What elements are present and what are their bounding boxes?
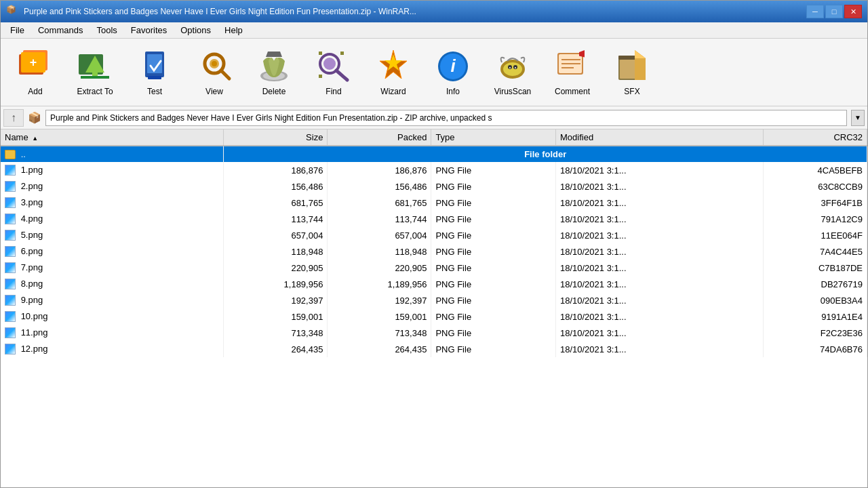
svg-point-31 <box>509 67 511 68</box>
col-header-packed[interactable]: Packed <box>328 129 431 146</box>
up-button[interactable]: ↑ <box>3 109 24 127</box>
png-icon <box>5 230 16 241</box>
file-size-cell: 264,435 <box>224 341 328 357</box>
maximize-button[interactable]: □ <box>825 5 843 18</box>
minimize-button[interactable]: ─ <box>806 5 824 18</box>
file-size-cell: 220,905 <box>224 260 328 276</box>
comment-button[interactable]: Comment <box>543 42 601 103</box>
menu-file[interactable]: File <box>3 23 31 37</box>
file-type-cell: PNG File <box>431 292 556 308</box>
file-type-cell: PNG File <box>431 341 556 357</box>
info-button[interactable]: i Info <box>424 42 482 103</box>
table-row[interactable]: 3.png 681,765 681,765 PNG File 18/10/202… <box>1 195 867 211</box>
col-header-type[interactable]: Type <box>431 129 556 146</box>
file-packed-cell: 159,001 <box>328 308 431 325</box>
address-dropdown[interactable]: ▼ <box>851 110 865 126</box>
file-modified-cell: 18/10/2021 3:1... <box>555 292 763 308</box>
file-type-cell: PNG File <box>431 162 556 178</box>
png-icon <box>5 327 16 338</box>
view-icon <box>197 49 232 84</box>
folder-icon <box>5 150 16 159</box>
file-list-container[interactable]: Name ▲ Size Packed Type Modified CRC32 .… <box>1 129 867 487</box>
table-row[interactable]: 6.png 118,948 118,948 PNG File 18/10/202… <box>1 243 867 260</box>
wizard-button[interactable]: Wizard <box>364 42 422 103</box>
table-row[interactable]: 9.png 192,397 192,397 PNG File 18/10/202… <box>1 292 867 308</box>
col-header-size[interactable]: Size <box>224 129 328 146</box>
file-packed-cell: 1,189,956 <box>328 276 431 292</box>
delete-button[interactable]: Delete <box>245 42 303 103</box>
table-row[interactable]: .. File folder <box>1 146 867 162</box>
find-label: Find <box>326 87 341 96</box>
file-packed-cell: 192,397 <box>328 292 431 308</box>
table-row[interactable]: 10.png 159,001 159,001 PNG File 18/10/20… <box>1 308 867 325</box>
file-crc-cell: 3FF64F1B <box>763 195 867 211</box>
svg-marker-43 <box>635 50 646 58</box>
file-crc-cell: 4CA5BEFB <box>763 162 867 178</box>
col-header-crc32[interactable]: CRC32 <box>763 129 867 146</box>
table-row[interactable]: 7.png 220,905 220,905 PNG File 18/10/202… <box>1 260 867 276</box>
file-modified-cell: 18/10/2021 3:1... <box>555 227 763 243</box>
table-row[interactable]: 5.png 657,004 657,004 PNG File 18/10/202… <box>1 227 867 243</box>
sfx-label: SFX <box>624 87 639 96</box>
file-name-cell: 5.png <box>1 227 224 243</box>
test-label: Test <box>147 87 162 96</box>
virusscan-icon <box>495 49 530 84</box>
svg-line-12 <box>221 70 229 79</box>
view-button[interactable]: View <box>185 42 243 103</box>
svg-rect-39 <box>620 60 636 79</box>
file-name-cell: 9.png <box>1 292 224 308</box>
table-row[interactable]: 2.png 156,486 156,486 PNG File 18/10/202… <box>1 178 867 195</box>
menu-help[interactable]: Help <box>218 23 250 37</box>
file-size-cell: 159,001 <box>224 308 328 325</box>
file-type-cell: PNG File <box>431 178 556 195</box>
test-button[interactable]: Test <box>125 42 184 103</box>
file-modified-cell: 18/10/2021 3:1... <box>555 211 763 227</box>
col-header-name[interactable]: Name ▲ <box>1 129 224 146</box>
add-button[interactable]: + Add <box>6 42 64 103</box>
svg-text:+: + <box>30 56 37 69</box>
file-modified-cell: 18/10/2021 3:1... <box>555 162 763 178</box>
file-name-cell: 4.png <box>1 211 224 227</box>
svg-point-13 <box>212 61 217 66</box>
archive-icon: 📦 <box>28 111 41 125</box>
file-name-cell: 3.png <box>1 195 224 211</box>
file-name-cell: 1.png <box>1 162 224 178</box>
file-modified-cell: 18/10/2021 3:1... <box>555 260 763 276</box>
table-row[interactable]: 12.png 264,435 264,435 PNG File 18/10/20… <box>1 341 867 357</box>
svg-rect-40 <box>618 56 637 60</box>
file-packed-cell: 156,486 <box>328 178 431 195</box>
add-label: Add <box>28 87 42 96</box>
file-type-cell: PNG File <box>431 227 556 243</box>
toolbar: + Add Extract To <box>1 39 867 106</box>
file-packed-cell: 264,435 <box>328 341 431 357</box>
svg-point-28 <box>503 62 522 76</box>
png-icon <box>5 279 16 289</box>
file-type-cell: PNG File <box>431 243 556 260</box>
menu-options[interactable]: Options <box>174 23 218 37</box>
svg-line-18 <box>336 70 347 80</box>
menu-favorites[interactable]: Favorites <box>124 23 174 37</box>
close-button[interactable]: ✕ <box>844 5 862 18</box>
table-row[interactable]: 4.png 113,744 113,744 PNG File 18/10/202… <box>1 211 867 227</box>
file-crc-cell: 090EB3A4 <box>763 292 867 308</box>
menu-commands[interactable]: Commands <box>31 23 90 37</box>
find-button[interactable]: Find <box>304 42 363 103</box>
col-header-modified[interactable]: Modified <box>555 129 763 146</box>
table-row[interactable]: 8.png 1,189,956 1,189,956 PNG File 18/10… <box>1 276 867 292</box>
address-bar: ↑ 📦 Purple and Pink Stickers and Badges … <box>1 106 867 129</box>
file-packed-cell: 186,876 <box>328 162 431 178</box>
virusscan-button[interactable]: VirusScan <box>484 42 542 103</box>
extract-icon <box>77 49 113 84</box>
table-row[interactable]: 1.png 186,876 186,876 PNG File 18/10/202… <box>1 162 867 178</box>
extract-button[interactable]: Extract To <box>66 42 124 103</box>
menu-tools[interactable]: Tools <box>90 23 123 37</box>
file-packed-cell: 220,905 <box>328 260 431 276</box>
file-name-cell: 12.png <box>1 341 224 357</box>
sfx-button[interactable]: SFX <box>603 42 661 103</box>
table-row[interactable]: 11.png 713,348 713,348 PNG File 18/10/20… <box>1 325 867 341</box>
file-type-cell: PNG File <box>431 325 556 341</box>
file-size-cell: 192,397 <box>224 292 328 308</box>
add-icon: + <box>18 49 53 84</box>
file-type-cell: PNG File <box>431 276 556 292</box>
file-crc-cell: C7B187DE <box>763 260 867 276</box>
